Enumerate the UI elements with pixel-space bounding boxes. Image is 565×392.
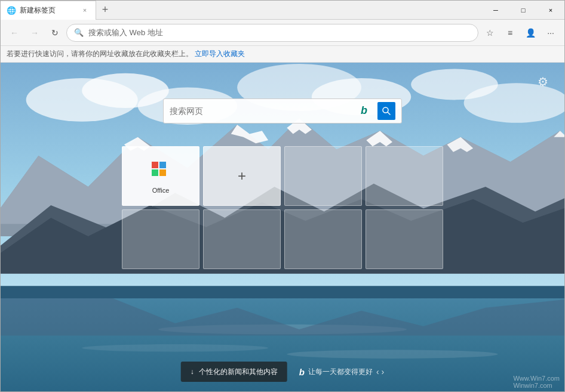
svg-line-26 bbox=[388, 112, 390, 115]
tile-empty-4[interactable] bbox=[203, 209, 281, 269]
tab-close-button[interactable]: × bbox=[80, 5, 90, 15]
news-btn-label: 个性化的新闻和其他内容 bbox=[199, 367, 278, 377]
refresh-button[interactable]: ↻ bbox=[46, 24, 64, 42]
hub-button[interactable]: ≡ bbox=[501, 24, 519, 42]
tile-empty-1[interactable] bbox=[284, 146, 362, 206]
tile-empty-2[interactable] bbox=[366, 146, 443, 206]
bing-tagline-text: 让每一天都变得更好 bbox=[308, 367, 373, 377]
svg-point-22 bbox=[287, 350, 498, 359]
maximize-button[interactable]: □ bbox=[509, 1, 537, 20]
title-bar-left: 🌐 新建标签页 × + bbox=[1, 1, 482, 20]
nav-right-icons: ☆ ≡ 👤 ··· bbox=[481, 24, 560, 42]
new-tab-button[interactable]: + bbox=[96, 1, 114, 20]
window-controls: ─ □ × bbox=[482, 1, 564, 20]
browser-window: 🌐 新建标签页 × + ─ □ × ← → ↻ 🔍 搜索或输入 Web 地址 ☆… bbox=[0, 0, 565, 392]
import-bookmarks-link[interactable]: 立即导入收藏夹 bbox=[195, 49, 245, 59]
office-tile-label: Office bbox=[152, 187, 170, 194]
nav-bar: ← → ↻ 🔍 搜索或输入 Web 地址 ☆ ≡ 👤 ··· bbox=[1, 20, 564, 46]
prev-slide-button[interactable]: ‹ bbox=[376, 367, 379, 376]
search-input[interactable] bbox=[170, 106, 355, 116]
office-icon bbox=[148, 158, 173, 183]
svg-text:b: b bbox=[361, 104, 367, 116]
forward-button[interactable]: → bbox=[26, 24, 44, 42]
settings-gear[interactable]: ⚙ bbox=[533, 72, 552, 91]
address-bar[interactable]: 🔍 搜索或输入 Web 地址 bbox=[66, 24, 478, 42]
close-button[interactable]: × bbox=[537, 1, 564, 20]
svg-rect-29 bbox=[159, 162, 166, 168]
watermark: Www.Win7.com Winwin7.com bbox=[508, 372, 564, 391]
tiles-container: Office + bbox=[122, 146, 443, 269]
bing-logo: b bbox=[360, 103, 373, 119]
favorites-button[interactable]: ☆ bbox=[481, 24, 499, 42]
svg-point-21 bbox=[82, 344, 268, 351]
news-btn-icon: ↓ bbox=[191, 368, 194, 376]
add-icon: + bbox=[238, 168, 246, 184]
bookmarks-message: 若要进行快速访问，请将你的网址收藏放在此收藏夹栏上。 bbox=[7, 49, 193, 59]
bottom-bar: ↓ 个性化的新闻和其他内容 b 让每一天都变得更好 ‹ › bbox=[181, 362, 385, 382]
tile-empty-6[interactable] bbox=[366, 209, 443, 269]
tile-office[interactable]: Office bbox=[122, 146, 199, 206]
bing-tagline-logo: b bbox=[299, 367, 305, 377]
active-tab[interactable]: 🌐 新建标签页 × bbox=[1, 1, 96, 20]
watermark-text-2: Winwin7.com bbox=[513, 382, 560, 389]
bookmarks-bar: 若要进行快速访问，请将你的网址收藏放在此收藏夹栏上。 立即导入收藏夹 bbox=[1, 46, 564, 63]
tile-empty-3[interactable] bbox=[122, 209, 199, 269]
tile-empty-5[interactable] bbox=[284, 209, 362, 269]
svg-rect-31 bbox=[159, 169, 166, 176]
more-button[interactable]: ··· bbox=[542, 24, 560, 42]
search-button[interactable] bbox=[377, 102, 395, 120]
address-text: 搜索或输入 Web 地址 bbox=[88, 27, 471, 38]
search-box: b bbox=[163, 98, 402, 124]
watermark-text-1: Www.Win7.com bbox=[513, 375, 560, 382]
svg-rect-30 bbox=[152, 169, 158, 176]
back-button[interactable]: ← bbox=[5, 24, 23, 42]
news-button[interactable]: ↓ 个性化的新闻和其他内容 bbox=[181, 362, 287, 382]
tile-add[interactable]: + bbox=[203, 146, 281, 206]
tab-favicon: 🌐 bbox=[7, 6, 16, 15]
content-area: ⚙ b bbox=[1, 63, 564, 391]
title-bar: 🌐 新建标签页 × + ─ □ × bbox=[1, 1, 564, 20]
next-slide-button[interactable]: › bbox=[382, 367, 385, 376]
search-container: b bbox=[163, 98, 402, 124]
profile-button[interactable]: 👤 bbox=[521, 24, 539, 42]
minimize-button[interactable]: ─ bbox=[482, 1, 509, 20]
tab-title: 新建标签页 bbox=[20, 5, 56, 16]
address-search-icon: 🔍 bbox=[74, 28, 84, 37]
arrow-buttons: ‹ › bbox=[376, 367, 384, 376]
bing-tagline-area: b 让每一天都变得更好 ‹ › bbox=[299, 367, 385, 377]
svg-rect-28 bbox=[152, 162, 158, 168]
